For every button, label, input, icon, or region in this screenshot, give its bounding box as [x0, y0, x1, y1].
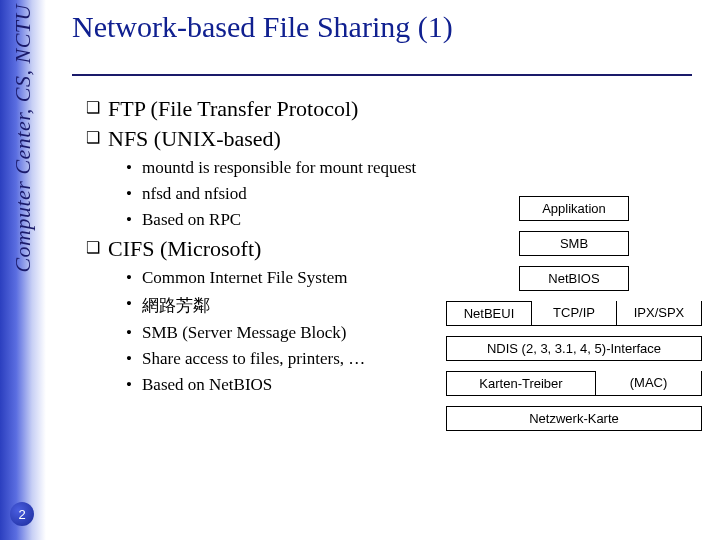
bullet-ftp: FTP (File Transfer Protocol) [86, 96, 692, 122]
sub-nfs-mountd: mountd is responsible for mount request [126, 158, 692, 178]
protocol-stack-diagram: Applikation SMB NetBIOS NetBEUI TCP/IP I… [446, 196, 702, 431]
slide: Computer Center, CS, NCTU 2 Network-base… [0, 0, 720, 540]
layer-netbios: NetBIOS [519, 266, 629, 291]
layer-mac-row: Karten-Treiber (MAC) [446, 371, 702, 396]
page-number-badge: 2 [10, 502, 34, 526]
bullet-nfs: NFS (UNIX-based) [86, 126, 692, 152]
layer-netbeui: NetBEUI [446, 301, 532, 326]
slide-title: Network-based File Sharing (1) [72, 10, 453, 44]
layer-ndis: NDIS (2, 3, 3.1, 4, 5)-Interface [446, 336, 702, 361]
layer-network-card: Netzwerk-Karte [446, 406, 702, 431]
layer-application: Applikation [519, 196, 629, 221]
layer-tcpip: TCP/IP [532, 301, 617, 326]
layer-ipxspx: IPX/SPX [617, 301, 702, 326]
layer-smb: SMB [519, 231, 629, 256]
org-vertical-label: Computer Center, CS, NCTU [10, 4, 36, 273]
layer-card-driver: Karten-Treiber [446, 371, 596, 396]
layer-mac: (MAC) [596, 371, 702, 396]
layer-transport-row: NetBEUI TCP/IP IPX/SPX [446, 301, 702, 326]
title-underline [72, 74, 692, 76]
